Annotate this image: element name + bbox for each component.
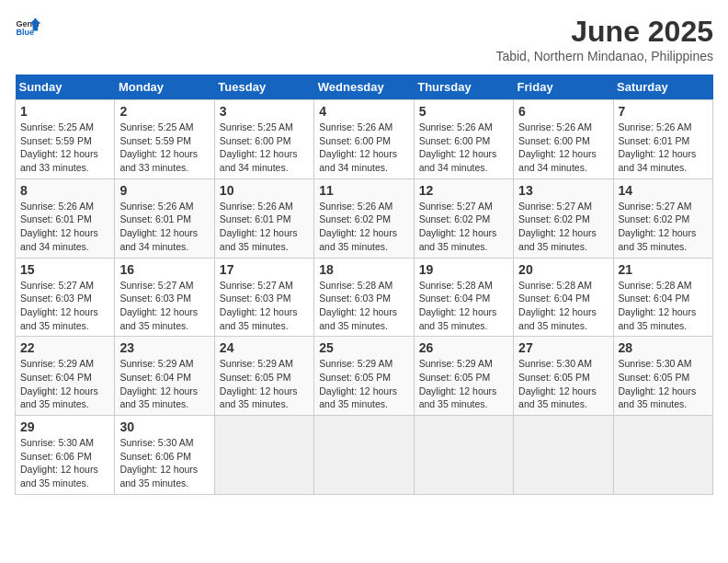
day-number: 15	[20, 262, 109, 277]
day-number: 29	[20, 419, 109, 434]
day-number: 24	[220, 340, 309, 355]
calendar-day-cell: 24Sunrise: 5:29 AMSunset: 6:05 PMDayligh…	[214, 337, 313, 416]
weekday-header-row: Sunday Monday Tuesday Wednesday Thursday…	[16, 75, 713, 100]
calendar-day-cell: 19Sunrise: 5:28 AMSunset: 6:04 PMDayligh…	[414, 258, 513, 337]
calendar-day-cell: 23Sunrise: 5:29 AMSunset: 6:04 PMDayligh…	[115, 337, 214, 416]
day-detail: Sunrise: 5:30 AMSunset: 6:05 PMDaylight:…	[518, 357, 608, 411]
calendar-table: Sunday Monday Tuesday Wednesday Thursday…	[15, 75, 713, 495]
day-number: 10	[220, 183, 309, 198]
calendar-day-cell: 5Sunrise: 5:26 AMSunset: 6:00 PMDaylight…	[414, 100, 513, 179]
day-number: 26	[419, 340, 508, 355]
day-detail: Sunrise: 5:27 AMSunset: 6:02 PMDaylight:…	[619, 200, 708, 254]
day-detail: Sunrise: 5:28 AMSunset: 6:04 PMDaylight:…	[419, 279, 508, 333]
day-number: 14	[619, 183, 708, 198]
calendar-day-cell: 4Sunrise: 5:26 AMSunset: 6:00 PMDaylight…	[314, 100, 414, 179]
calendar-week-row: 29Sunrise: 5:30 AMSunset: 6:06 PMDayligh…	[16, 416, 713, 495]
calendar-day-cell: 11Sunrise: 5:26 AMSunset: 6:02 PMDayligh…	[314, 178, 414, 258]
day-detail: Sunrise: 5:30 AMSunset: 6:05 PMDaylight:…	[619, 357, 708, 411]
day-detail: Sunrise: 5:26 AMSunset: 6:00 PMDaylight:…	[419, 121, 508, 175]
header-saturday: Saturday	[613, 75, 712, 100]
calendar-day-cell: 13Sunrise: 5:27 AMSunset: 6:02 PMDayligh…	[514, 178, 613, 258]
day-number: 25	[319, 340, 408, 355]
calendar-day-cell: 17Sunrise: 5:27 AMSunset: 6:03 PMDayligh…	[214, 258, 313, 337]
day-detail: Sunrise: 5:26 AMSunset: 6:00 PMDaylight:…	[319, 121, 408, 175]
location-subtitle: Tabid, Northern Mindanao, Philippines	[495, 49, 713, 63]
title-area: June 2025 Tabid, Northern Mindanao, Phil…	[495, 15, 713, 63]
header-wednesday: Wednesday	[314, 75, 414, 100]
header: General Blue June 2025 Tabid, Northern M…	[15, 15, 713, 63]
day-detail: Sunrise: 5:28 AMSunset: 6:04 PMDaylight:…	[518, 279, 608, 333]
calendar-day-cell: 1Sunrise: 5:25 AMSunset: 5:59 PMDaylight…	[16, 100, 115, 179]
day-detail: Sunrise: 5:28 AMSunset: 6:03 PMDaylight:…	[319, 279, 408, 333]
day-number: 2	[119, 104, 209, 119]
day-detail: Sunrise: 5:27 AMSunset: 6:03 PMDaylight:…	[20, 279, 109, 333]
calendar-day-cell: 26Sunrise: 5:29 AMSunset: 6:05 PMDayligh…	[414, 337, 513, 416]
day-number: 28	[619, 340, 708, 355]
logo: General Blue	[15, 15, 40, 40]
day-number: 30	[119, 419, 209, 434]
day-number: 18	[319, 262, 408, 277]
day-number: 6	[518, 104, 608, 119]
calendar-day-cell: 15Sunrise: 5:27 AMSunset: 6:03 PMDayligh…	[16, 258, 115, 337]
day-detail: Sunrise: 5:27 AMSunset: 6:02 PMDaylight:…	[419, 200, 508, 254]
day-detail: Sunrise: 5:26 AMSunset: 6:02 PMDaylight:…	[319, 200, 408, 254]
day-number: 27	[518, 340, 608, 355]
day-detail: Sunrise: 5:27 AMSunset: 6:03 PMDaylight:…	[220, 279, 309, 333]
calendar-day-cell: 16Sunrise: 5:27 AMSunset: 6:03 PMDayligh…	[115, 258, 214, 337]
day-detail: Sunrise: 5:27 AMSunset: 6:02 PMDaylight:…	[518, 200, 608, 254]
header-friday: Friday	[514, 75, 613, 100]
day-detail: Sunrise: 5:27 AMSunset: 6:03 PMDaylight:…	[119, 279, 209, 333]
calendar-day-cell: 6Sunrise: 5:26 AMSunset: 6:00 PMDaylight…	[514, 100, 613, 179]
svg-text:Blue: Blue	[16, 28, 34, 37]
day-number: 16	[119, 262, 209, 277]
day-number: 12	[419, 183, 508, 198]
calendar-day-cell	[214, 416, 313, 495]
day-detail: Sunrise: 5:25 AMSunset: 5:59 PMDaylight:…	[20, 121, 109, 175]
day-number: 11	[319, 183, 408, 198]
day-number: 1	[20, 104, 109, 119]
day-number: 19	[419, 262, 508, 277]
calendar-day-cell: 18Sunrise: 5:28 AMSunset: 6:03 PMDayligh…	[314, 258, 414, 337]
day-detail: Sunrise: 5:25 AMSunset: 5:59 PMDaylight:…	[119, 121, 209, 175]
day-detail: Sunrise: 5:26 AMSunset: 6:01 PMDaylight:…	[619, 121, 708, 175]
day-detail: Sunrise: 5:29 AMSunset: 6:04 PMDaylight:…	[119, 357, 209, 411]
calendar-day-cell	[514, 416, 613, 495]
day-number: 23	[119, 340, 209, 355]
header-sunday: Sunday	[16, 75, 115, 100]
day-detail: Sunrise: 5:29 AMSunset: 6:05 PMDaylight:…	[319, 357, 408, 411]
calendar-day-cell: 14Sunrise: 5:27 AMSunset: 6:02 PMDayligh…	[613, 178, 712, 258]
day-number: 7	[619, 104, 708, 119]
day-number: 20	[518, 262, 608, 277]
calendar-day-cell: 7Sunrise: 5:26 AMSunset: 6:01 PMDaylight…	[613, 100, 712, 179]
calendar-day-cell: 29Sunrise: 5:30 AMSunset: 6:06 PMDayligh…	[16, 416, 115, 495]
day-detail: Sunrise: 5:29 AMSunset: 6:04 PMDaylight:…	[20, 357, 109, 411]
calendar-day-cell: 3Sunrise: 5:25 AMSunset: 6:00 PMDaylight…	[214, 100, 313, 179]
day-number: 3	[220, 104, 309, 119]
calendar-day-cell: 2Sunrise: 5:25 AMSunset: 5:59 PMDaylight…	[115, 100, 214, 179]
day-detail: Sunrise: 5:26 AMSunset: 6:01 PMDaylight:…	[220, 200, 309, 254]
calendar-day-cell	[613, 416, 712, 495]
day-number: 5	[419, 104, 508, 119]
calendar-day-cell: 25Sunrise: 5:29 AMSunset: 6:05 PMDayligh…	[314, 337, 414, 416]
header-thursday: Thursday	[414, 75, 513, 100]
calendar-day-cell: 10Sunrise: 5:26 AMSunset: 6:01 PMDayligh…	[214, 178, 313, 258]
calendar-day-cell: 9Sunrise: 5:26 AMSunset: 6:01 PMDaylight…	[115, 178, 214, 258]
day-detail: Sunrise: 5:26 AMSunset: 6:01 PMDaylight:…	[20, 200, 109, 254]
day-number: 22	[20, 340, 109, 355]
day-number: 13	[518, 183, 608, 198]
logo-icon: General Blue	[15, 15, 40, 40]
day-detail: Sunrise: 5:30 AMSunset: 6:06 PMDaylight:…	[20, 436, 109, 490]
calendar-day-cell: 20Sunrise: 5:28 AMSunset: 6:04 PMDayligh…	[514, 258, 613, 337]
day-detail: Sunrise: 5:28 AMSunset: 6:04 PMDaylight:…	[619, 279, 708, 333]
calendar-week-row: 1Sunrise: 5:25 AMSunset: 5:59 PMDaylight…	[16, 100, 713, 179]
calendar-day-cell: 27Sunrise: 5:30 AMSunset: 6:05 PMDayligh…	[514, 337, 613, 416]
calendar-week-row: 15Sunrise: 5:27 AMSunset: 6:03 PMDayligh…	[16, 258, 713, 337]
day-detail: Sunrise: 5:26 AMSunset: 6:01 PMDaylight:…	[119, 200, 209, 254]
calendar-day-cell: 21Sunrise: 5:28 AMSunset: 6:04 PMDayligh…	[613, 258, 712, 337]
calendar-day-cell: 12Sunrise: 5:27 AMSunset: 6:02 PMDayligh…	[414, 178, 513, 258]
header-monday: Monday	[115, 75, 214, 100]
calendar-day-cell: 8Sunrise: 5:26 AMSunset: 6:01 PMDaylight…	[16, 178, 115, 258]
month-year-title: June 2025	[495, 15, 713, 49]
calendar-week-row: 22Sunrise: 5:29 AMSunset: 6:04 PMDayligh…	[16, 337, 713, 416]
day-detail: Sunrise: 5:29 AMSunset: 6:05 PMDaylight:…	[419, 357, 508, 411]
